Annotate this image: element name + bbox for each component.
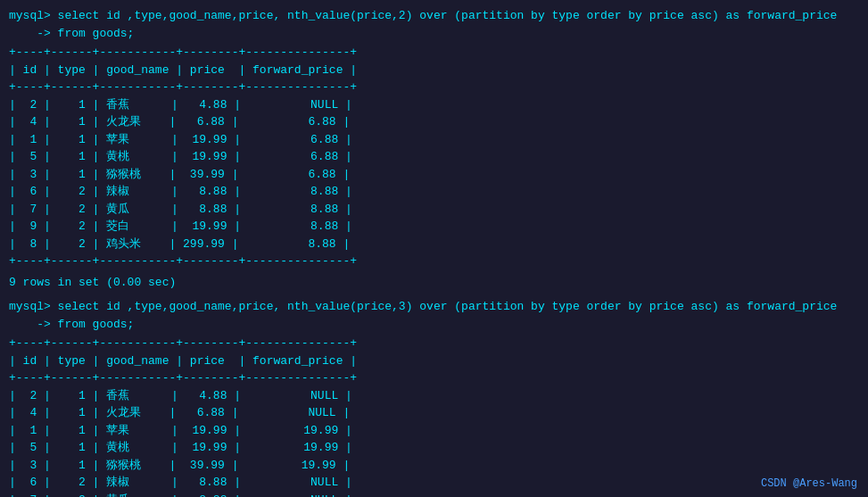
sql-line: -> from goods; [9,25,859,43]
table-block: +----+------+-----------+--------+------… [9,44,859,270]
result-text: 9 rows in set (0.00 sec) [9,274,859,292]
terminal: mysql> select id ,type,good_name,price, … [9,7,859,497]
table-block: +----+------+-----------+--------+------… [9,335,859,497]
sql-line: mysql> select id ,type,good_name,price, … [9,298,859,316]
watermark: CSDN @Ares-Wang [761,477,857,490]
sql-line: mysql> select id ,type,good_name,price, … [9,7,859,25]
query-block-1: mysql> select id ,type,good_name,price, … [9,7,859,291]
query-block-2: mysql> select id ,type,good_name,price, … [9,298,859,497]
sql-line: -> from goods; [9,316,859,334]
